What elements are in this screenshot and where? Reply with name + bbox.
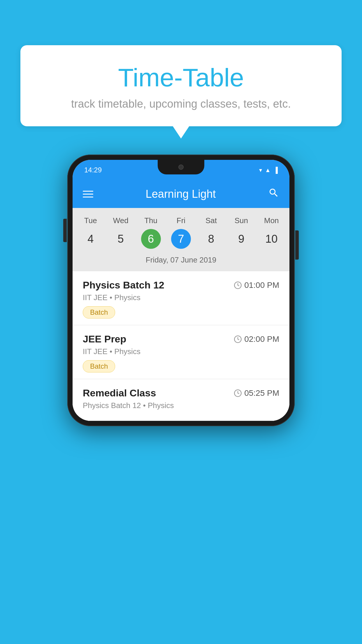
day-headers: Tue Wed Thu Fri Sat Sun Mon (73, 214, 289, 228)
phone-screen: 14:29 ▾ ▲ ▐ Learning Light (73, 160, 289, 421)
battery-icon: ▐ (274, 167, 278, 174)
clock-icon-3 (234, 389, 242, 397)
schedule-item-3-subtitle: Physics Batch 12 • Physics (83, 401, 279, 410)
day-8[interactable]: 8 (196, 229, 226, 249)
day-5[interactable]: 5 (106, 229, 136, 249)
schedule-item-2-tag: Batch (83, 360, 115, 372)
app-bar-title: Learning Light (102, 188, 259, 200)
schedule-item-2-time: 02:00 PM (234, 335, 279, 344)
schedule-item-2-subtitle: IIT JEE • Physics (83, 347, 279, 356)
phone-mockup: 14:29 ▾ ▲ ▐ Learning Light (67, 155, 295, 426)
day-10[interactable]: 10 (256, 229, 287, 249)
day-header-tue[interactable]: Tue (75, 214, 106, 228)
day-6-today[interactable]: 6 (141, 229, 161, 249)
phone-outer: 14:29 ▾ ▲ ▐ Learning Light (67, 155, 295, 426)
hamburger-line-2 (83, 194, 93, 195)
day-header-fri[interactable]: Fri (166, 214, 196, 228)
selected-date-label: Friday, 07 June 2019 (73, 253, 289, 269)
app-bar: Learning Light (73, 180, 289, 208)
clock-icon-2 (234, 335, 242, 343)
day-header-wed[interactable]: Wed (106, 214, 136, 228)
status-time: 14:29 (84, 166, 102, 174)
schedule-item-2-top: JEE Prep 02:00 PM (83, 333, 279, 345)
schedule-item-1-tag: Batch (83, 306, 115, 318)
schedule-item-2-title: JEE Prep (83, 333, 126, 345)
schedule-item-3-time: 05:25 PM (234, 388, 279, 398)
schedule-item-3[interactable]: Remedial Class 05:25 PM Physics Batch 12… (73, 379, 289, 421)
schedule-item-1[interactable]: Physics Batch 12 01:00 PM IIT JEE • Phys… (73, 271, 289, 325)
speech-bubble: Time-Table track timetable, upcoming cla… (20, 45, 342, 126)
schedule-item-1-title: Physics Batch 12 (83, 279, 164, 291)
signal-icon: ▲ (265, 167, 271, 174)
speech-bubble-title: Time-Table (35, 63, 327, 92)
hamburger-line-1 (83, 191, 93, 192)
schedule-item-1-top: Physics Batch 12 01:00 PM (83, 279, 279, 291)
schedule-item-1-time: 01:00 PM (234, 281, 279, 290)
day-header-sat[interactable]: Sat (196, 214, 226, 228)
day-numbers: 4 5 6 7 8 9 10 (73, 228, 289, 253)
wifi-icon: ▾ (259, 167, 262, 174)
day-7-selected[interactable]: 7 (171, 229, 191, 249)
calendar-strip: Tue Wed Thu Fri Sat Sun Mon 4 5 6 7 8 9 … (73, 208, 289, 271)
day-header-thu[interactable]: Thu (136, 214, 166, 228)
day-header-sun[interactable]: Sun (226, 214, 256, 228)
speech-bubble-container: Time-Table track timetable, upcoming cla… (20, 45, 342, 126)
search-icon[interactable] (268, 187, 279, 201)
schedule-item-2[interactable]: JEE Prep 02:00 PM IIT JEE • Physics Batc… (73, 325, 289, 379)
hamburger-menu-button[interactable] (83, 191, 93, 197)
status-icons: ▾ ▲ ▐ (259, 167, 278, 174)
schedule-item-3-top: Remedial Class 05:25 PM (83, 387, 279, 399)
schedule-list: Physics Batch 12 01:00 PM IIT JEE • Phys… (73, 271, 289, 421)
camera-dot (178, 164, 184, 170)
schedule-item-1-subtitle: IIT JEE • Physics (83, 293, 279, 302)
day-header-mon[interactable]: Mon (256, 214, 287, 228)
hamburger-line-3 (83, 197, 93, 197)
schedule-item-3-title: Remedial Class (83, 387, 156, 399)
status-bar: 14:29 ▾ ▲ ▐ (73, 160, 289, 180)
day-4[interactable]: 4 (75, 229, 106, 249)
day-9[interactable]: 9 (226, 229, 256, 249)
notch-cutout (158, 160, 204, 174)
clock-icon-1 (234, 281, 242, 289)
speech-bubble-subtitle: track timetable, upcoming classes, tests… (35, 98, 327, 110)
